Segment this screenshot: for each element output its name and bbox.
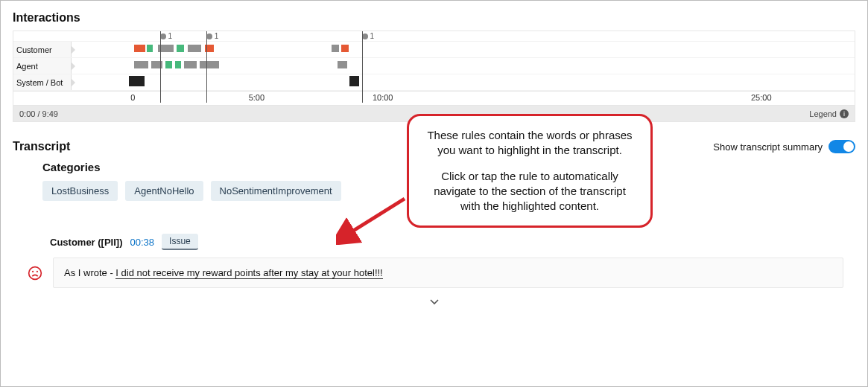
marker-dot-icon xyxy=(160,33,166,39)
segment[interactable] xyxy=(200,61,218,68)
svg-point-1 xyxy=(32,270,34,272)
lane-label-customer: Customer xyxy=(13,42,72,57)
segment[interactable] xyxy=(134,45,145,52)
segment[interactable] xyxy=(349,76,359,86)
timeline-marker-line xyxy=(206,31,207,103)
svg-point-2 xyxy=(37,270,38,272)
callout-text-2: Click or tap the rule to automatically n… xyxy=(422,169,637,214)
timeline-marker-row: 1 1 1 xyxy=(13,31,855,42)
lane-track-agent[interactable] xyxy=(72,58,855,74)
playback-time: 0:00 / 9:49 xyxy=(19,109,58,118)
tick: 25:00 xyxy=(751,93,772,102)
sentiment-negative-icon xyxy=(28,266,42,281)
timeline-marker[interactable]: 1 xyxy=(362,32,375,40)
category-pill[interactable]: AgentNoHello xyxy=(125,181,203,201)
tick: 5:00 xyxy=(249,93,264,102)
lane-system: System / Bot xyxy=(13,74,855,91)
marker-dot-icon xyxy=(206,33,212,39)
legend-label: Legend xyxy=(809,109,837,118)
entry-text-highlight: I did not receive my reward points after… xyxy=(115,267,382,279)
marker-dot-icon xyxy=(362,33,368,39)
lane-label-system: System / Bot xyxy=(13,74,72,90)
time-axis: 0 5:00 10:00 25:00 30:00 xyxy=(13,91,855,106)
summary-toggle[interactable] xyxy=(829,140,855,153)
timeline-marker[interactable]: 1 xyxy=(160,32,173,40)
segment[interactable] xyxy=(338,61,347,68)
interactions-timeline[interactable]: 1 1 1 Customer xyxy=(13,31,855,106)
info-icon: i xyxy=(840,109,849,118)
entry-timestamp[interactable]: 00:38 xyxy=(130,237,155,248)
segment[interactable] xyxy=(129,76,145,86)
segment[interactable] xyxy=(177,45,185,52)
interactions-title: Interactions xyxy=(13,11,855,25)
transcript-entry: Customer ([PII]) 00:38 Issue As I wrote … xyxy=(50,234,843,288)
marker-count: 1 xyxy=(215,32,219,40)
segment[interactable] xyxy=(134,61,148,68)
segment[interactable] xyxy=(165,61,171,68)
legend-button[interactable]: Legend i xyxy=(809,109,849,118)
chevron-down-icon xyxy=(430,299,439,305)
timeline-marker[interactable]: 1 xyxy=(206,32,219,40)
summary-toggle-label: Show transcript summary xyxy=(713,141,823,153)
svg-point-0 xyxy=(29,266,42,279)
lane-customer: Customer xyxy=(13,42,855,58)
segment[interactable] xyxy=(341,45,349,52)
marker-count: 1 xyxy=(168,32,173,40)
segment[interactable] xyxy=(188,45,202,52)
category-pill[interactable]: NoSentimentImprovement xyxy=(211,181,341,201)
tick: 10:00 xyxy=(373,93,393,102)
segment[interactable] xyxy=(151,61,162,68)
timeline-marker-line xyxy=(362,31,363,103)
entry-text-prefix: As I wrote - xyxy=(64,267,115,278)
segment[interactable] xyxy=(175,61,181,68)
entry-speaker: Customer ([PII]) xyxy=(50,237,123,248)
lane-track-system[interactable] xyxy=(72,74,855,90)
annotation-callout: These rules contain the words or phrases… xyxy=(407,114,653,228)
entry-issue-tag[interactable]: Issue xyxy=(162,234,198,250)
lane-track-customer[interactable] xyxy=(72,42,855,57)
svg-line-3 xyxy=(345,199,405,236)
segment[interactable] xyxy=(332,45,340,52)
annotation-arrow-icon xyxy=(336,193,411,245)
category-pill[interactable]: LostBusiness xyxy=(42,181,118,201)
lane-label-agent: Agent xyxy=(13,58,72,74)
transcript-title: Transcript xyxy=(13,140,70,153)
lane-agent: Agent xyxy=(13,58,855,74)
marker-count: 1 xyxy=(370,32,375,40)
callout-text-1: These rules contain the words or phrases… xyxy=(422,128,637,159)
tick: 0 xyxy=(130,93,135,102)
entry-text[interactable]: As I wrote - I did not receive my reward… xyxy=(53,258,843,288)
timeline-marker-line xyxy=(160,31,161,103)
expand-chevron-down[interactable] xyxy=(13,295,855,307)
segment[interactable] xyxy=(184,61,197,68)
segment[interactable] xyxy=(147,45,153,52)
